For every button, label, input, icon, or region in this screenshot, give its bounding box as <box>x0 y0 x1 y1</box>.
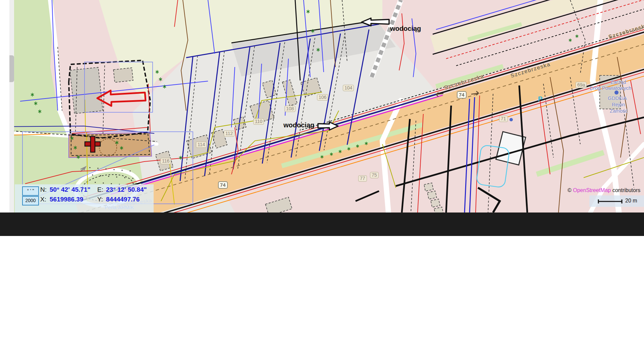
poi-label-zarzad: Zarząd <box>610 79 626 85</box>
attribution-prefix: © <box>568 187 573 193</box>
parcel-label: 106 <box>317 94 328 101</box>
scale-bar: 20 m <box>589 195 644 207</box>
scale-box[interactable]: 2000 <box>22 196 39 205</box>
parcel-label: 104 <box>343 85 354 91</box>
n-label: N: <box>40 186 47 193</box>
poi-label-gddkia: GDDKiA <box>608 95 627 101</box>
x-label: X: <box>40 196 46 203</box>
left-panel-strip <box>9 0 14 213</box>
y-value: 8444497.76 <box>106 196 140 203</box>
coordinates-panel: ° ' " 2000 N: 50° 42' 45.71" E: 23° 12' … <box>15 184 154 213</box>
map-canvas[interactable] <box>0 0 644 213</box>
parcel-label: 71 <box>499 116 508 122</box>
road-number-badge: 74 <box>218 181 228 189</box>
parcel-label: 108 <box>284 106 296 112</box>
scale-bar-label: 20 m <box>625 198 637 204</box>
poi-label-zarzad: Dróg Powiatowych <box>590 85 631 91</box>
parcel-label: 114 <box>196 141 207 148</box>
parcel-label: 75 <box>370 172 379 178</box>
poi-dot-icon <box>509 118 513 121</box>
parcel-label: 77 <box>358 175 367 182</box>
y-label: Y: <box>97 196 103 203</box>
windows-taskbar: 2 Wyszukaj <box>0 213 644 236</box>
parcel-label: 112 <box>224 130 234 137</box>
desktop-screen: Szczebrzeska Szczebrzeska Szczebrzeska S… <box>0 0 644 362</box>
map-attribution: © OpenStreetMap contributors <box>568 187 640 193</box>
scale-bar-graphic <box>598 199 623 204</box>
openstreetmap-link[interactable]: OpenStreetMap <box>573 187 611 193</box>
left-panel-handle[interactable] <box>9 55 14 82</box>
parking-symbol: P <box>538 95 542 103</box>
unit-mode-box[interactable]: ° ' " <box>22 186 39 196</box>
poi-label-gddkia: Rejon <box>612 102 625 107</box>
road-number-badge: 74 <box>457 91 467 99</box>
e-value: 23° 12' 50.84" <box>106 186 147 193</box>
e-label: E: <box>97 186 103 193</box>
wodociag-annotation-top: wodociąg <box>390 25 421 33</box>
parcel-label: 116 <box>160 158 171 164</box>
wodociag-annotation-mid: wodociąg <box>283 121 314 129</box>
n-value: 50° 42' 45.71" <box>50 186 91 193</box>
gis-map-viewport[interactable]: Szczebrzeska Szczebrzeska Szczebrzeska S… <box>0 0 644 213</box>
attribution-suffix: contributors <box>611 187 640 193</box>
poi-dot-icon <box>614 90 619 95</box>
parcel-label: 69a <box>576 82 587 88</box>
parcel-label: 110 <box>253 118 264 125</box>
poi-label-gddkia: Zamość <box>610 108 628 114</box>
x-value: 5619986.39 <box>50 196 83 203</box>
left-panel-gutter <box>0 0 9 213</box>
